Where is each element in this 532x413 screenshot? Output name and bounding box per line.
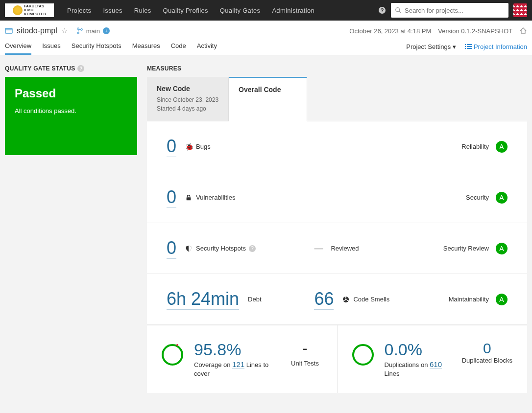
project-title-wrap: sitodo-pmpl ☆ main + xyxy=(5,26,110,35)
reviewed-value: — xyxy=(314,243,322,253)
nav-projects[interactable]: Projects xyxy=(61,0,97,21)
quality-gate-card: Passed All conditions passed. xyxy=(5,77,137,155)
dup-lines[interactable]: 610 xyxy=(430,360,442,369)
project-actions: Project Settings ▾ Project Information xyxy=(406,43,527,50)
coverage-desc: Coverage on 121 Lines to cover xyxy=(194,359,277,378)
branch-name: main xyxy=(86,27,100,35)
svg-rect-14 xyxy=(467,48,472,49)
debt-value[interactable]: 6h 24min xyxy=(167,289,239,310)
svg-rect-12 xyxy=(467,46,472,47)
duplication-donut-icon xyxy=(352,344,374,366)
help-icon[interactable]: ? xyxy=(249,245,256,252)
duplication-desc: Duplications on 610 Lines xyxy=(385,359,451,378)
svg-rect-9 xyxy=(465,44,466,45)
search-icon xyxy=(395,7,402,14)
security-review-rating[interactable]: A xyxy=(496,243,508,254)
coverage-donut-icon xyxy=(162,344,183,366)
dup-blocks-value[interactable]: 0 xyxy=(483,340,491,356)
dup-blocks-label: Duplicated Blocks xyxy=(462,357,512,365)
measures-panel: 0 🐞 Bugs Reliability A 0 xyxy=(147,121,527,393)
code-smells-count[interactable]: 66 xyxy=(314,289,334,310)
branch-selector[interactable]: main + xyxy=(76,27,110,35)
project-tabs: Overview Issues Security Hotspots Measur… xyxy=(5,38,217,55)
tab-overall-code[interactable]: Overall Code xyxy=(229,77,307,121)
svg-rect-11 xyxy=(465,46,466,47)
maintainability-label: Maintainability xyxy=(449,296,489,303)
top-nav-left: FAKULTASILMUKOMPUTER Projects Issues Rul… xyxy=(5,0,320,21)
project-name: sitodo-pmpl xyxy=(17,26,57,35)
user-avatar[interactable] xyxy=(513,3,527,17)
project-meta: October 26, 2023 at 4:18 PM Version 0.1.… xyxy=(349,27,527,35)
unit-tests-value: - xyxy=(288,340,322,357)
homepage-icon[interactable] xyxy=(519,27,527,35)
project-settings-dropdown[interactable]: Project Settings ▾ xyxy=(406,43,456,50)
reliability-rating[interactable]: A xyxy=(496,141,508,153)
nav-administration[interactable]: Administration xyxy=(266,0,320,21)
duplication-card: 0.0% Duplications on 610 Lines 0 Duplica… xyxy=(338,325,528,393)
code-smell-icon xyxy=(342,296,350,303)
quality-gate-status: Passed xyxy=(15,87,127,100)
project-information-link[interactable]: Project Information xyxy=(465,43,527,50)
unit-tests-label: Unit Tests xyxy=(288,360,322,368)
code-tabs: New Code Since October 23, 2023 Started … xyxy=(147,77,527,121)
tab-security-hotspots[interactable]: Security Hotspots xyxy=(72,38,121,55)
tab-new-code[interactable]: New Code Since October 23, 2023 Started … xyxy=(147,77,229,121)
debt-label: Debt xyxy=(248,296,261,303)
reliability-label: Reliability xyxy=(461,143,489,150)
code-smells-label: Code Smells xyxy=(353,296,389,303)
add-branch-icon[interactable]: + xyxy=(103,27,110,34)
list-icon xyxy=(465,44,472,49)
svg-rect-15 xyxy=(187,197,191,200)
quality-gate-title: QUALITY GATE STATUS ? xyxy=(5,65,137,72)
nav-quality-gates[interactable]: Quality Gates xyxy=(214,0,266,21)
nav-rules[interactable]: Rules xyxy=(128,0,157,21)
project-version: Version 0.1.2-SNAPSHOT xyxy=(438,27,512,35)
nav-issues[interactable]: Issues xyxy=(97,0,128,21)
svg-rect-4 xyxy=(5,28,12,33)
help-icon[interactable]: ? xyxy=(378,6,386,14)
hotspots-label: Security Hotspots xyxy=(196,245,246,252)
bugs-label: Bugs xyxy=(196,143,211,150)
svg-rect-18 xyxy=(346,296,347,298)
coverage-pct[interactable]: 95.8% xyxy=(194,340,241,359)
svg-point-6 xyxy=(77,28,79,30)
sidebar: QUALITY GATE STATUS ? Passed All conditi… xyxy=(5,65,137,393)
svg-point-7 xyxy=(77,32,79,34)
lock-icon xyxy=(185,194,193,201)
favorite-star-icon[interactable]: ☆ xyxy=(61,26,68,35)
search-input[interactable] xyxy=(405,7,505,14)
help-icon[interactable]: ? xyxy=(77,65,84,72)
security-label: Security xyxy=(466,194,489,201)
tab-issues[interactable]: Issues xyxy=(42,38,61,55)
security-review-label: Security Review xyxy=(443,245,489,252)
lines-to-cover[interactable]: 121 xyxy=(232,360,244,369)
project-header: sitodo-pmpl ☆ main + October 26, 2023 at… xyxy=(0,21,532,55)
nav-quality-profiles[interactable]: Quality Profiles xyxy=(157,0,214,21)
bugs-count[interactable]: 0 xyxy=(167,136,176,157)
hotspots-count[interactable]: 0 xyxy=(167,238,176,259)
svg-rect-10 xyxy=(467,44,472,45)
tab-measures[interactable]: Measures xyxy=(132,38,160,55)
branch-icon xyxy=(76,27,83,34)
maintainability-rating[interactable]: A xyxy=(496,294,508,305)
security-rating[interactable]: A xyxy=(496,192,508,204)
measure-hotspots: 0 Security Hotspots ? — Reviewed Securit… xyxy=(147,223,527,274)
tab-overview[interactable]: Overview xyxy=(5,38,31,55)
last-analysis-date: October 26, 2023 at 4:18 PM xyxy=(349,27,431,35)
measures-title: MEASURES xyxy=(147,65,527,72)
search-box[interactable] xyxy=(391,3,508,18)
measure-bugs: 0 🐞 Bugs Reliability A xyxy=(147,121,527,172)
coverage-card: 95.8% Coverage on 121 Lines to cover - U… xyxy=(147,325,338,393)
reviewed-label: Reviewed xyxy=(331,245,359,252)
top-nav-right: ? xyxy=(378,3,527,18)
vulns-count[interactable]: 0 xyxy=(167,187,176,208)
tab-activity[interactable]: Activity xyxy=(197,38,217,55)
svg-rect-13 xyxy=(465,48,466,49)
main: MEASURES New Code Since October 23, 2023… xyxy=(147,65,527,393)
quality-gate-desc: All conditions passed. xyxy=(15,107,127,115)
duplication-pct[interactable]: 0.0% xyxy=(385,340,423,359)
tab-code[interactable]: Code xyxy=(171,38,186,55)
measure-vulnerabilities: 0 Vulnerabilities Security A xyxy=(147,172,527,223)
svg-point-8 xyxy=(80,29,82,31)
logo[interactable]: FAKULTASILMUKOMPUTER xyxy=(5,3,54,17)
